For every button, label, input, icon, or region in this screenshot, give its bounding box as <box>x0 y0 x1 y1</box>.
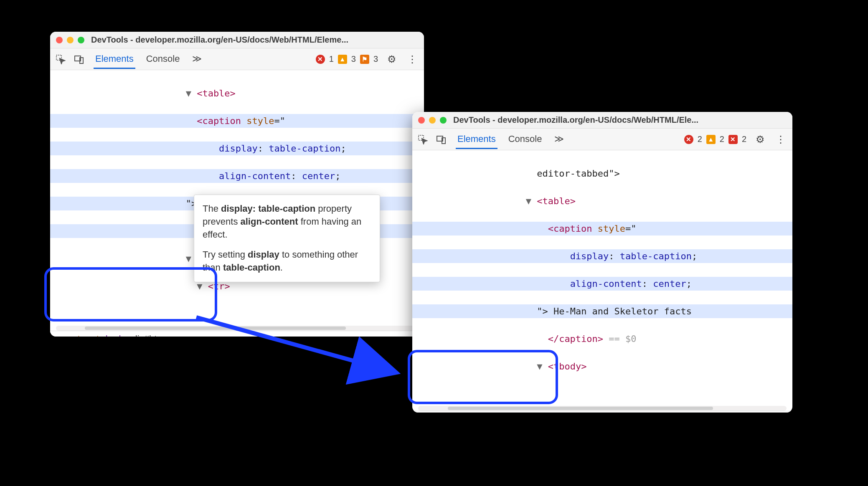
css-hint-tooltip: The display: table-caption property prev… <box>194 195 380 282</box>
close-icon[interactable] <box>418 117 425 124</box>
titlebar[interactable]: DevTools - developer.mozilla.org/en-US/d… <box>412 112 792 129</box>
warning-icon: ▲ <box>706 135 716 144</box>
devtools-window-left: DevTools - developer.mozilla.org/en-US/d… <box>50 32 424 337</box>
warning-icon: ▲ <box>338 55 347 64</box>
error-icon: ✕ <box>728 135 738 144</box>
crumb[interactable]: body <box>106 334 126 337</box>
toolbar: Elements Console ≫ ✕2 ▲2 ✕2 ⚙ ⋮ <box>412 129 792 150</box>
gear-icon[interactable]: ⚙ <box>386 53 398 65</box>
minimize-icon[interactable] <box>429 117 436 124</box>
issue-count: 3 <box>373 54 378 64</box>
breadcrumb[interactable]: ◀ put-root body div#htm <box>50 331 424 337</box>
error-count: 1 <box>329 54 334 64</box>
chevron-left-icon[interactable]: ◀ <box>54 334 61 337</box>
tab-console[interactable]: Console <box>145 49 182 69</box>
inspect-icon[interactable] <box>417 134 428 145</box>
zoom-icon[interactable] <box>440 117 447 124</box>
issue-icon: ⚑ <box>360 55 369 64</box>
issue-counts[interactable]: ✕1 ▲3 ⚑3 <box>316 54 378 64</box>
inspect-icon[interactable] <box>55 54 66 65</box>
titlebar[interactable]: DevTools - developer.mozilla.org/en-US/d… <box>50 32 424 48</box>
toolbar-tabs: Elements Console ≫ <box>456 129 566 149</box>
window-title: DevTools - developer.mozilla.org/en-US/d… <box>91 35 348 45</box>
toolbar-tabs: Elements Console ≫ <box>94 49 203 69</box>
tab-console[interactable]: Console <box>507 129 544 149</box>
issue-counts[interactable]: ✕2 ▲2 ✕2 <box>684 134 746 144</box>
kebab-icon[interactable]: ⋮ <box>774 134 787 145</box>
tab-elements[interactable]: Elements <box>94 49 135 69</box>
warning-count: 3 <box>351 54 356 64</box>
minimize-icon[interactable] <box>67 37 74 43</box>
tabs-more[interactable]: ≫ <box>190 49 203 69</box>
kebab-icon[interactable]: ⋮ <box>406 53 419 65</box>
crumb[interactable]: div#htm <box>132 334 165 337</box>
error-icon: ✕ <box>316 55 325 64</box>
device-toggle-icon[interactable] <box>74 54 84 65</box>
device-toggle-icon[interactable] <box>436 134 447 145</box>
warning-count: 2 <box>720 134 724 144</box>
error-count: 2 <box>698 134 702 144</box>
dom-tree[interactable]: editor-tabbed"> ▼ <table> <caption style… <box>412 150 792 404</box>
devtools-window-right: DevTools - developer.mozilla.org/en-US/d… <box>412 112 792 413</box>
close-icon[interactable] <box>56 37 63 43</box>
tab-elements[interactable]: Elements <box>456 129 497 149</box>
error-count: 2 <box>742 134 746 144</box>
crumb[interactable]: put-root <box>67 334 99 337</box>
window-title: DevTools - developer.mozilla.org/en-US/d… <box>453 115 698 125</box>
scrollbar[interactable] <box>418 406 787 411</box>
error-icon: ✕ <box>684 135 693 144</box>
window-traffic-lights <box>56 37 84 43</box>
zoom-icon[interactable] <box>78 37 84 43</box>
window-traffic-lights <box>418 117 447 124</box>
scrollbar[interactable] <box>56 326 418 331</box>
gear-icon[interactable]: ⚙ <box>754 134 766 145</box>
breadcrumb[interactable]: ◀ root body div#html-output.output.edito… <box>412 411 792 413</box>
tabs-more[interactable]: ≫ <box>553 129 566 149</box>
toolbar: Elements Console ≫ ✕1 ▲3 ⚑3 ⚙ ⋮ <box>50 48 424 70</box>
